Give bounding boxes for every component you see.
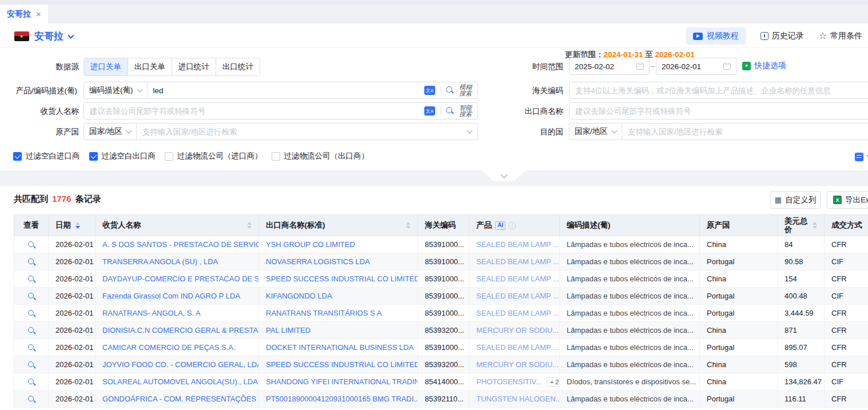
translate-icon[interactable]: 文A [424, 106, 435, 116]
smart-search-icon[interactable] [446, 107, 454, 115]
view-magnifier-icon[interactable] [27, 241, 35, 249]
origin-type-select[interactable]: 国家/地区 [84, 124, 137, 140]
translate-icon[interactable]: 文A [424, 86, 435, 95]
product-desc-label: 产品/编码描述(葡) [0, 86, 77, 96]
view-cell [14, 356, 49, 373]
date-end-input[interactable]: 2026-02-01 [656, 58, 736, 75]
save-condition-button[interactable]: 保 [855, 152, 868, 162]
col-description: 编码描述(葡) [560, 215, 700, 236]
exporter-cell: PT50018900004120931000165 BMG TRADI... [259, 391, 418, 408]
date-start-value: 2025-02-02 [575, 62, 614, 71]
excel-icon: X [833, 196, 842, 204]
destination-type-select[interactable]: 国家/地区 [570, 124, 622, 140]
incoterm-cell: CFR [825, 236, 868, 253]
view-magnifier-icon[interactable] [27, 258, 35, 266]
tab-import-statistics[interactable]: 进口统计 [172, 58, 216, 75]
incoterm-cell: CFR [825, 305, 868, 322]
product-search-input[interactable] [148, 82, 419, 98]
col-origin: 原产国 [700, 215, 778, 236]
origin-cell: Portugal [700, 253, 778, 270]
view-magnifier-icon[interactable] [27, 275, 35, 283]
exporter-cell: YSH GROUP CO LIMITED [259, 236, 418, 253]
description-cell: Lâmpadas e tubos eléctricos de inca... [560, 236, 700, 253]
hs-code-cell: 85414000... [418, 373, 469, 391]
close-icon[interactable]: × [36, 10, 41, 18]
tab-export-statistics[interactable]: 出口统计 [216, 58, 260, 75]
view-magnifier-icon[interactable] [27, 327, 35, 335]
export-excel-button[interactable]: X 导出Exc [827, 191, 868, 209]
origin-type-select-value: 国家/地区 [89, 126, 122, 137]
origin-country-input[interactable] [137, 124, 462, 140]
video-tutorial-label: 视频教程 [707, 31, 739, 41]
quick-options-button[interactable]: ✦ 快捷选项 [742, 61, 786, 71]
table-row: 2026-02-01SOLAREAL AUTOMOVEL ANGOLA(SU).… [14, 373, 868, 391]
exporter-group [569, 102, 868, 120]
product-cell: SEALED BEAM LAMP ... [469, 288, 560, 305]
smart-search-button[interactable]: 智能搜索 [459, 105, 472, 118]
table-row: 2026-02-01TRANSERRA ANGOLA (SU) , LDANOV… [14, 253, 868, 270]
divider [440, 86, 441, 95]
country-selector[interactable]: 安哥拉 [14, 30, 73, 43]
consignee-cell: RANATRANS- ANGOLA, S. A [95, 305, 259, 322]
checkbox-filter-logistics-exporter[interactable]: 过滤物流公司（出口商） [272, 151, 369, 161]
hs-code-cell: 85391000... [418, 253, 469, 270]
incoterm-cell: CIF [825, 253, 868, 270]
col-exporter[interactable]: 出口商名称(标准) [259, 215, 418, 236]
consignee-cell: GONDOÁFRICA - COM. REPRESENTAÇÕES ... [95, 391, 259, 408]
col-date[interactable]: 日期 [49, 215, 95, 236]
favorites-button[interactable]: ☆ 常用条件 [819, 31, 862, 41]
match-summary: 共匹配到 1776 条记录 [14, 194, 101, 205]
consignee-cell: TRANSERRA ANGOLA (SU) , LDA [95, 253, 259, 270]
tab-import-declarations[interactable]: 进口关单 [84, 58, 128, 75]
date-cell: 2026-02-01 [49, 339, 95, 356]
view-magnifier-icon[interactable] [27, 344, 35, 352]
usd-total-cell: 3,444.59 [778, 305, 825, 322]
destination-input[interactable] [622, 124, 868, 140]
consignee-cell: SOLAREAL AUTOMOVEL ANGOLA(SU)., LDA [95, 373, 259, 391]
table-row: 2026-02-01GONDOÁFRICA - COM. REPRESENTAÇ… [14, 391, 868, 408]
view-magnifier-icon[interactable] [27, 361, 35, 369]
view-magnifier-icon[interactable] [27, 395, 35, 403]
product-cell: SEALED BEAM LAMP ... [469, 236, 560, 253]
fuzzy-search-button[interactable]: 模糊搜索 [459, 84, 472, 97]
table-row: 2026-02-01CAMICAR COMERCIO DE PEÇAS S.A.… [14, 339, 868, 356]
fuzzy-search-icon[interactable] [446, 86, 454, 94]
view-magnifier-icon[interactable] [27, 292, 35, 300]
hs-code-input[interactable] [570, 82, 868, 98]
col-usd-total[interactable]: 美元总价 [778, 215, 825, 236]
view-magnifier-icon[interactable] [27, 309, 35, 317]
customize-columns-button[interactable]: ▦ 自定义列 [770, 191, 821, 209]
info-icon[interactable]: i [508, 222, 516, 229]
tab-angola[interactable]: 安哥拉 × [0, 5, 48, 23]
consignee-input[interactable] [84, 103, 419, 119]
date-cell: 2026-02-01 [49, 356, 95, 373]
tab-bar: 安哥拉 × [0, 5, 868, 23]
checkbox-filter-logistics-importer[interactable]: 过滤物流公司（进口商） [165, 151, 262, 161]
product-field-select[interactable]: 编码描述(葡) [84, 82, 148, 98]
view-magnifier-icon[interactable] [27, 378, 35, 386]
incoterm-cell: CFR [825, 339, 868, 356]
video-tutorial-button[interactable]: 视频教程 [686, 27, 746, 45]
table-row: 2026-02-01DAYDAYUP-COMERCIO E PRESTACAO … [14, 270, 868, 288]
tab-export-declarations[interactable]: 出口关单 [128, 58, 172, 75]
checkbox-filter-blank-exporter[interactable]: 过滤空白出口商 [89, 151, 156, 161]
ai-badge: AI [495, 221, 505, 230]
history-label: 历史记录 [772, 31, 804, 41]
save-icon [855, 153, 863, 161]
origin-cell: China [700, 373, 778, 391]
consignee-group: 文A 智能搜索 [83, 102, 478, 120]
description-cell: Díodos, transístores e dispositivos se..… [560, 373, 700, 391]
tab-label: 安哥拉 [7, 9, 31, 19]
product-cell: TUNGSTEN HALOGEN... [469, 391, 560, 408]
checkbox-filter-blank-importer[interactable]: 过滤空白进口商 [13, 151, 80, 161]
date-start-input[interactable]: 2025-02-02 [569, 58, 650, 75]
col-consignee[interactable]: 收货人名称 [95, 215, 259, 236]
angola-flag-icon [14, 31, 29, 41]
consignee-cell: Fazenda Girassol Com IND AGRO P LDA [95, 288, 259, 305]
exporter-cell: DOCKET INTERNATIONAL BUSINESS LDA [259, 339, 418, 356]
origin-cell: Portugal [700, 305, 778, 322]
history-button[interactable]: 历史记录 [761, 31, 804, 41]
exporter-input[interactable] [570, 103, 868, 119]
more-products-badge[interactable]: + 2 [547, 377, 560, 387]
date-cell: 2026-02-01 [49, 253, 95, 270]
